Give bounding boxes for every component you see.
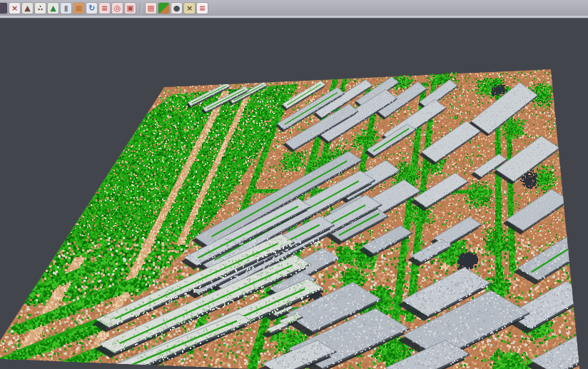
profile-lines-icon[interactable]: ≡	[99, 3, 110, 14]
toolbar-separator	[140, 3, 141, 14]
align-points-icon[interactable]: ×	[9, 3, 20, 14]
terrain-model-icon[interactable]: ▲	[22, 3, 33, 14]
viewport-3d[interactable]	[0, 0, 588, 369]
target-circle-icon[interactable]: ◎	[112, 3, 123, 14]
point-cloud-icon[interactable]: ∴	[35, 3, 46, 14]
flag-stripes-icon[interactable]: ≡	[197, 3, 208, 14]
toolbar-icons: ×▲∴▲▮■↻≡◎▣▦●×≡	[2, 3, 208, 14]
camera-view-icon[interactable]: ●	[171, 3, 182, 14]
control-marks-icon[interactable]: ×	[184, 3, 195, 14]
refresh-view-icon[interactable]: ↻	[86, 3, 97, 14]
clipped-edge-icon[interactable]	[0, 3, 7, 14]
classified-render-icon[interactable]	[158, 3, 169, 14]
toolbar-edge-dark	[0, 18, 588, 19]
toolbar: ×▲∴▲▮■↻≡◎▣▦●×≡	[0, 0, 588, 16]
extent-select-icon[interactable]: ▣	[125, 3, 136, 14]
side-panel-icon[interactable]: ▮	[61, 3, 71, 14]
tin-surface-icon[interactable]: ▲	[48, 3, 59, 14]
grid-clip-icon[interactable]: ▦	[146, 3, 156, 14]
ortho-area-icon[interactable]: ■	[74, 3, 84, 14]
